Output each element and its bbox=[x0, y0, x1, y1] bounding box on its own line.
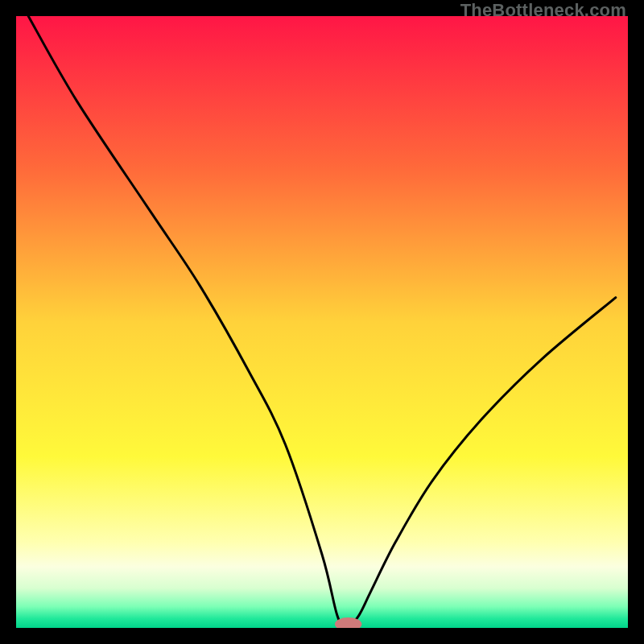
chart-svg bbox=[16, 16, 628, 628]
plot-area bbox=[16, 16, 628, 628]
chart-frame: TheBottleneck.com bbox=[0, 0, 644, 644]
chart-background bbox=[16, 16, 628, 628]
watermark-text: TheBottleneck.com bbox=[460, 0, 626, 21]
